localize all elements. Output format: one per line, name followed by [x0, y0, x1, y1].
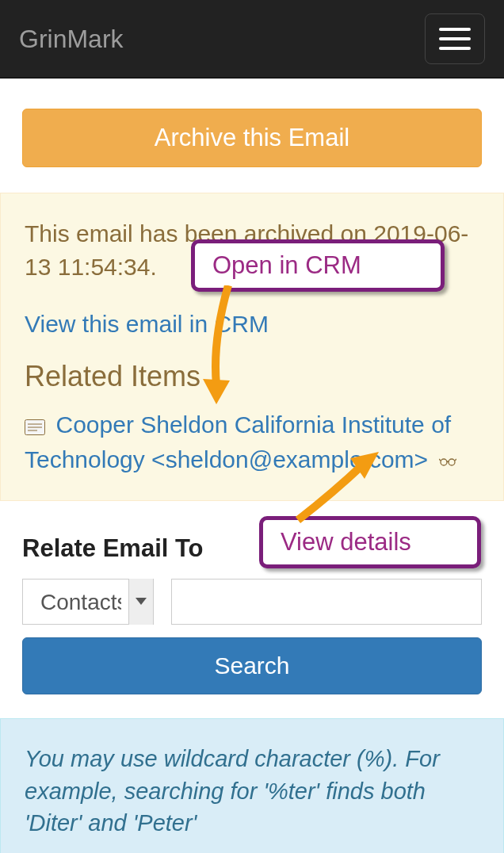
wildcard-hint-panel: You may use wildcard character (%). For …	[0, 718, 504, 853]
navbar: GrinMark	[0, 0, 504, 78]
related-contact-link[interactable]: Cooper Sheldon California Institute of T…	[25, 411, 451, 472]
relate-type-select[interactable]: Contacts	[22, 579, 154, 625]
hamburger-menu-button[interactable]	[425, 13, 485, 64]
svg-line-7	[455, 459, 456, 461]
contact-card-icon	[25, 419, 45, 435]
search-button[interactable]: Search	[22, 637, 482, 694]
view-email-in-crm-link[interactable]: View this email in CRM	[25, 311, 269, 337]
related-items-heading: Related Items	[25, 360, 479, 393]
brand[interactable]: GrinMark	[19, 25, 124, 54]
callout-open-in-crm: Open in CRM	[191, 239, 445, 292]
svg-line-6	[439, 459, 441, 461]
svg-point-5	[449, 459, 455, 465]
relate-type-select-wrap: Contacts	[22, 579, 154, 625]
related-item: Cooper Sheldon California Institute of T…	[25, 407, 479, 476]
view-details-icon[interactable]	[439, 456, 456, 467]
relate-search-input[interactable]	[171, 579, 482, 625]
svg-point-4	[441, 459, 447, 465]
callout-view-details: View details	[259, 516, 481, 568]
archive-email-button[interactable]: Archive this Email	[22, 109, 482, 167]
